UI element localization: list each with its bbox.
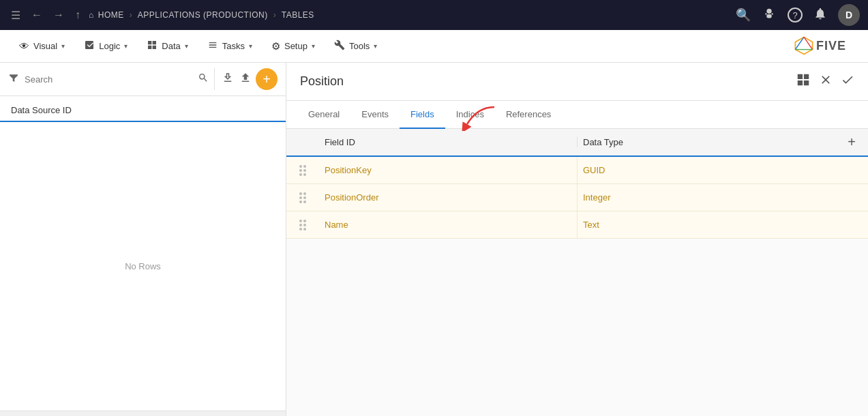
tasks-caret: ▾ — [249, 42, 252, 50]
no-rows-text: No Rows — [125, 261, 161, 271]
data-caret: ▾ — [185, 42, 188, 50]
left-panel-content: No Rows — [0, 122, 286, 411]
back-icon[interactable]: ← — [29, 6, 45, 24]
drag-handle-3 — [286, 214, 319, 236]
applications-link[interactable]: APPLICATIONS (PRODUCTION) — [138, 10, 268, 20]
visual-nav-item[interactable]: 👁 Visual ▾ — [11, 36, 73, 56]
tab-references[interactable]: References — [495, 101, 562, 129]
five-logo: FIVE — [783, 30, 857, 63]
right-panel-header: Position — [286, 63, 868, 101]
visual-caret: ▾ — [61, 42, 65, 50]
tab-events[interactable]: Events — [350, 101, 400, 129]
table-header: Field ID Data Type + — [286, 129, 868, 157]
home-link[interactable]: ⌂ HOME — [89, 10, 124, 20]
logic-icon — [84, 40, 95, 53]
five-logo-text: FIVE — [816, 39, 846, 53]
setup-icon: ⚙ — [271, 40, 280, 53]
robot-icon[interactable] — [762, 6, 777, 25]
data-nav-item[interactable]: Data ▾ — [138, 35, 196, 57]
svg-rect-3 — [772, 13, 773, 15]
filter-icon — [8, 72, 19, 86]
field-id-cell-2: PositionOrder — [319, 184, 577, 211]
setup-nav-item[interactable]: ⚙ Setup ▾ — [263, 36, 323, 57]
right-panel: Position General Events Fields Indices R… — [286, 63, 868, 416]
left-panel: + Data Source ID No Rows — [0, 63, 286, 416]
table-row[interactable]: PositionKey GUID — [286, 157, 868, 184]
field-id-cell-1: PositionKey — [319, 157, 577, 183]
menu-icon[interactable]: ☰ — [8, 6, 23, 25]
top-nav-right: 🔍 ? D — [736, 4, 860, 26]
table-row[interactable]: PositionOrder Integer — [286, 184, 868, 211]
tab-general[interactable]: General — [297, 101, 350, 129]
tab-fields[interactable]: Fields — [400, 101, 445, 129]
svg-point-0 — [766, 8, 771, 13]
data-icon — [147, 40, 158, 53]
drag-handle-1 — [286, 160, 319, 181]
up-icon[interactable]: ↑ — [72, 6, 83, 24]
tools-nav-item[interactable]: Tools ▾ — [326, 35, 385, 57]
add-col-header: + — [835, 134, 868, 150]
field-id-header: Field ID — [319, 137, 577, 147]
tabs-bar: General Events Fields Indices References — [286, 101, 868, 129]
search-nav-icon[interactable]: 🔍 — [736, 8, 751, 23]
data-type-cell-2: Integer — [577, 184, 835, 211]
help-icon[interactable]: ? — [788, 8, 803, 23]
main-layout: + Data Source ID No Rows Position — [0, 63, 868, 416]
close-icon[interactable] — [819, 73, 833, 90]
secondary-navigation: 👁 Visual ▾ Logic ▾ Data ▾ Tasks ▾ ⚙ Setu… — [0, 30, 868, 63]
tools-icon — [334, 40, 345, 53]
bell-icon[interactable] — [813, 7, 827, 24]
action-icons: + — [214, 68, 278, 90]
tasks-nav-item[interactable]: Tasks ▾ — [199, 35, 260, 57]
breadcrumb-sep-1: › — [130, 10, 132, 20]
data-source-id-label: Data Source ID — [11, 105, 72, 115]
data-type-header: Data Type — [577, 137, 835, 147]
grid-view-icon[interactable] — [796, 72, 811, 91]
check-icon[interactable] — [841, 73, 854, 90]
search-bar: + — [0, 63, 286, 96]
top-navigation: ☰ ← → ↑ ⌂ HOME › APPLICATIONS (PRODUCTIO… — [0, 0, 868, 30]
breadcrumb-sep-2: › — [273, 10, 276, 20]
table-row[interactable]: Name Text — [286, 211, 868, 239]
tasks-icon — [207, 40, 218, 53]
tables-link[interactable]: TABLES — [282, 10, 314, 20]
panel-actions — [796, 72, 854, 91]
download-icon[interactable] — [220, 70, 235, 88]
field-id-cell-3: Name — [319, 211, 577, 238]
setup-caret: ▾ — [312, 42, 315, 50]
user-avatar[interactable]: D — [838, 4, 860, 26]
visual-icon: 👁 — [19, 40, 29, 52]
search-icon[interactable] — [198, 72, 209, 86]
logic-caret: ▾ — [124, 42, 128, 50]
tools-caret: ▾ — [374, 42, 377, 50]
upload-icon[interactable] — [238, 70, 253, 88]
forward-icon[interactable]: → — [50, 6, 67, 24]
left-panel-header: Data Source ID — [0, 96, 286, 122]
add-field-button[interactable]: + — [848, 134, 856, 150]
data-type-cell-1: GUID — [577, 157, 835, 183]
home-icon: ⌂ — [89, 10, 94, 20]
panel-title: Position — [300, 74, 344, 89]
svg-rect-1 — [766, 14, 771, 17]
add-button[interactable]: + — [256, 68, 278, 90]
search-input[interactable] — [25, 74, 192, 85]
tab-indices[interactable]: Indices — [445, 101, 495, 129]
svg-rect-2 — [766, 13, 767, 15]
table-area: Field ID Data Type + PositionKey GUID — [286, 129, 868, 416]
left-panel-footer — [0, 411, 286, 416]
logic-nav-item[interactable]: Logic ▾ — [76, 35, 136, 57]
drag-handle-2 — [286, 187, 319, 209]
data-type-cell-3: Text — [577, 211, 835, 238]
